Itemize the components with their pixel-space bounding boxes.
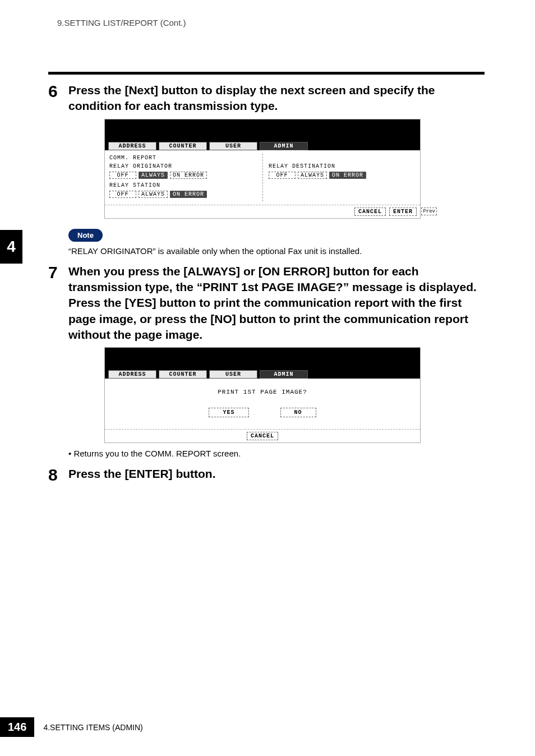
header-breadcrumb: 9.SETTING LIST/REPORT (Cont.) xyxy=(57,18,186,27)
step-6: 6 Press the [Next] button to display the… xyxy=(48,82,485,114)
page-number: 146 xyxy=(0,717,34,737)
tab-row: ADDRESS COUNTER USER ADMIN xyxy=(105,119,420,150)
button-row: OFF ALWAYS ON ERROR xyxy=(109,191,262,198)
button-row: OFF ALWAYS ON ERROR xyxy=(269,172,416,179)
tab-row: ADDRESS COUNTER USER ADMIN xyxy=(105,348,420,379)
prompt-message: PRINT 1ST PAGE IMAGE? xyxy=(105,389,420,395)
cancel-button[interactable]: CANCEL xyxy=(247,432,278,440)
step-text: Press the [ENTER] button. xyxy=(68,466,216,484)
device-screenshot-1: ADDRESS COUNTER USER ADMIN COMM. REPORT … xyxy=(104,119,421,219)
chapter-side-tab: 4 xyxy=(0,230,22,264)
prev-button[interactable]: Prev xyxy=(421,208,437,215)
always-button[interactable]: ALWAYS xyxy=(298,172,327,179)
section-rule xyxy=(48,72,485,75)
on-error-button[interactable]: ON ERROR xyxy=(329,172,366,179)
group-label-relay-station: RELAY STATION xyxy=(109,182,262,188)
device-screenshot-2: ADDRESS COUNTER USER ADMIN PRINT 1ST PAG… xyxy=(104,347,421,443)
enter-button[interactable]: ENTER xyxy=(389,208,417,216)
group-label-relay-originator: RELAY ORIGINATOR xyxy=(109,163,262,169)
note-pill: Note xyxy=(68,229,103,242)
off-button[interactable]: OFF xyxy=(269,172,296,179)
step-text: When you press the [ALWAYS] or [ON ERROR… xyxy=(68,264,485,343)
step-8: 8 Press the [ENTER] button. xyxy=(48,466,485,484)
yes-no-row: YES NO xyxy=(105,408,420,417)
off-button[interactable]: OFF xyxy=(109,191,136,198)
off-button[interactable]: OFF xyxy=(109,172,136,179)
yes-button[interactable]: YES xyxy=(209,408,248,417)
tab-counter[interactable]: COUNTER xyxy=(159,370,207,379)
always-button[interactable]: ALWAYS xyxy=(139,191,168,198)
manual-page: 9.SETTING LIST/REPORT (Cont.) 4 6 Press … xyxy=(0,0,535,756)
tab-counter[interactable]: COUNTER xyxy=(159,142,207,150)
footer-caption: 4.SETTING ITEMS (ADMIN) xyxy=(43,723,142,732)
panel-left-col: COMM. REPORT RELAY ORIGINATOR OFF ALWAYS… xyxy=(109,154,262,201)
panel-body: COMM. REPORT RELAY ORIGINATOR OFF ALWAYS… xyxy=(105,150,420,205)
step-number: 7 xyxy=(48,264,68,343)
step-7: 7 When you press the [ALWAYS] or [ON ERR… xyxy=(48,264,485,343)
page-header-area: 9.SETTING LIST/REPORT (Cont.) xyxy=(0,0,535,56)
panel-title: COMM. REPORT xyxy=(109,155,262,161)
always-button[interactable]: ALWAYS xyxy=(139,172,168,179)
bullet-text: Returns you to the COMM. REPORT screen. xyxy=(73,449,241,458)
tab-admin[interactable]: ADMIN xyxy=(260,370,308,379)
group-label-relay-destination: RELAY DESTINATION xyxy=(269,163,416,169)
tab-address[interactable]: ADDRESS xyxy=(108,142,156,150)
step-number: 8 xyxy=(48,466,68,484)
no-button[interactable]: NO xyxy=(280,408,316,417)
on-error-button[interactable]: ON ERROR xyxy=(170,191,207,198)
button-row: OFF ALWAYS ON ERROR xyxy=(109,172,262,179)
tab-user[interactable]: USER xyxy=(209,142,257,150)
step-text: Press the [Next] button to display the n… xyxy=(68,82,485,114)
panel-body: PRINT 1ST PAGE IMAGE? YES NO xyxy=(105,379,420,429)
bullet-return-note: • Returns you to the COMM. REPORT screen… xyxy=(68,449,485,458)
panel-right-col: . RELAY DESTINATION OFF ALWAYS ON ERROR xyxy=(262,154,416,201)
page-footer: 146 4.SETTING ITEMS (ADMIN) xyxy=(0,717,143,737)
panel-footer: CANCEL ENTER Prev xyxy=(105,205,420,218)
on-error-button[interactable]: ON ERROR xyxy=(170,172,207,179)
panel-white: COMM. REPORT RELAY ORIGINATOR OFF ALWAYS… xyxy=(105,150,420,218)
tab-user[interactable]: USER xyxy=(209,370,257,379)
panel-white: PRINT 1ST PAGE IMAGE? YES NO CANCEL xyxy=(105,379,420,442)
content-column: 6 Press the [Next] button to display the… xyxy=(48,72,485,488)
tab-admin[interactable]: ADMIN xyxy=(260,142,308,150)
note-text: “RELAY ORIGINATOR” is available only whe… xyxy=(68,246,485,256)
step-number: 6 xyxy=(48,82,68,114)
cancel-button[interactable]: CANCEL xyxy=(354,208,386,216)
panel-footer: CANCEL xyxy=(105,429,420,442)
tab-address[interactable]: ADDRESS xyxy=(108,370,156,379)
